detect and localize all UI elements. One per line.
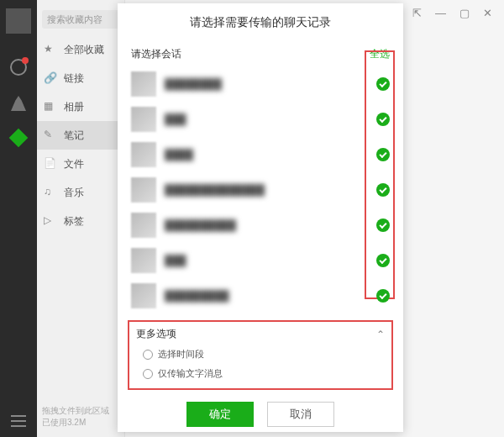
- user-avatar[interactable]: [6, 8, 31, 34]
- chat-name: █████████: [165, 290, 368, 302]
- nav-note[interactable]: 笔记: [37, 121, 124, 150]
- chat-avatar: [131, 213, 156, 238]
- nav-music[interactable]: 音乐: [37, 178, 124, 207]
- nav-label: 全部收藏: [64, 43, 104, 57]
- chat-avatar: [131, 71, 156, 97]
- storage-footer: 拖拽文件到此区域 已使用3.2M: [42, 405, 119, 429]
- select-header: 请选择会话 全选: [118, 42, 403, 66]
- transfer-modal: 请选择需要传输的聊天记录 请选择会话 全选 ████████ ███ ████ …: [118, 3, 403, 432]
- nav-all[interactable]: 全部收藏: [37, 35, 124, 64]
- chat-row[interactable]: ████: [118, 137, 403, 172]
- nav-label: 音乐: [64, 186, 84, 200]
- tag-icon: [44, 214, 57, 228]
- close-button[interactable]: ✕: [483, 7, 492, 19]
- select-all-link[interactable]: 全选: [370, 47, 390, 61]
- modal-title: 请选择需要传输的聊天记录: [118, 15, 403, 42]
- chat-row[interactable]: █████████: [118, 278, 403, 313]
- more-options-header[interactable]: 更多选项: [136, 327, 385, 341]
- chevron-up-icon: [376, 329, 385, 340]
- music-icon: [44, 186, 57, 199]
- chat-name: ██████████████: [165, 184, 368, 196]
- select-label: 请选择会话: [131, 47, 181, 61]
- option-label: 仅传输文字消息: [158, 367, 223, 380]
- nav-label: 文件: [64, 157, 84, 171]
- more-options-box: 更多选项 选择时间段 仅传输文字消息: [128, 320, 393, 390]
- file-icon: [44, 157, 57, 171]
- check-icon[interactable]: [376, 148, 390, 161]
- chat-avatar: [131, 177, 156, 203]
- window-controls: ⇱ — ▢ ✕: [412, 7, 492, 19]
- check-icon[interactable]: [376, 289, 390, 303]
- chat-name: ███: [165, 113, 368, 125]
- chat-row[interactable]: ████████: [118, 66, 403, 102]
- nav-album[interactable]: 相册: [37, 92, 124, 121]
- chat-row[interactable]: ██████████████: [118, 172, 403, 208]
- favorites-panel: 搜索收藏内容 全部收藏 链接 相册 笔记 文件 音乐 标签 拖拽文件到此区域 已…: [37, 0, 125, 437]
- chat-avatar: [131, 107, 156, 132]
- check-icon[interactable]: [376, 183, 390, 197]
- album-icon: [44, 100, 57, 113]
- chat-avatar: [131, 283, 156, 308]
- app-sidebar: [0, 0, 37, 437]
- footer-line2: 已使用3.2M: [42, 417, 119, 429]
- chat-list: ████████ ███ ████ ██████████████ ███████…: [118, 66, 403, 313]
- nav-label: 相册: [64, 100, 84, 114]
- chat-name: ████: [165, 149, 368, 161]
- check-icon[interactable]: [376, 218, 390, 232]
- option-label: 选择时间段: [158, 348, 204, 361]
- favorites-nav: 全部收藏 链接 相册 笔记 文件 音乐 标签: [37, 35, 124, 235]
- cancel-button[interactable]: 取消: [267, 402, 334, 427]
- radio-icon: [143, 350, 153, 360]
- more-options-label: 更多选项: [136, 327, 176, 341]
- chat-name: ████████: [165, 78, 368, 90]
- nav-file[interactable]: 文件: [37, 150, 124, 178]
- nav-link[interactable]: 链接: [37, 64, 124, 92]
- footer-line1: 拖拽文件到此区域: [42, 405, 119, 417]
- check-icon[interactable]: [376, 113, 390, 126]
- chat-name: ███: [165, 255, 368, 266]
- maximize-button[interactable]: ▢: [459, 7, 470, 19]
- nav-label: 笔记: [64, 129, 84, 143]
- chat-avatar: [131, 142, 156, 167]
- chat-row[interactable]: ███: [118, 243, 403, 278]
- pin-button[interactable]: ⇱: [412, 7, 422, 19]
- chat-name: ██████████: [165, 219, 368, 231]
- option-text-only[interactable]: 仅传输文字消息: [136, 367, 385, 380]
- ok-button[interactable]: 确定: [186, 402, 254, 427]
- chat-row[interactable]: ███: [118, 102, 403, 137]
- nav-tag[interactable]: 标签: [37, 207, 124, 235]
- contacts-icon[interactable]: [11, 96, 26, 111]
- check-icon[interactable]: [376, 254, 390, 267]
- minimize-button[interactable]: —: [435, 7, 446, 19]
- chat-icon[interactable]: [10, 59, 27, 76]
- favorites-icon[interactable]: [9, 129, 29, 148]
- link-icon: [44, 71, 57, 85]
- chat-avatar: [131, 248, 156, 273]
- chat-row[interactable]: ██████████: [118, 208, 403, 243]
- menu-icon[interactable]: [11, 415, 26, 427]
- radio-icon: [143, 369, 153, 379]
- check-icon[interactable]: [376, 77, 390, 91]
- star-icon: [44, 43, 57, 56]
- option-time-range[interactable]: 选择时间段: [136, 348, 385, 361]
- nav-label: 链接: [64, 71, 84, 86]
- nav-label: 标签: [64, 214, 84, 229]
- modal-buttons: 确定 取消: [118, 402, 403, 427]
- note-icon: [44, 129, 57, 142]
- search-input[interactable]: 搜索收藏内容: [42, 10, 119, 29]
